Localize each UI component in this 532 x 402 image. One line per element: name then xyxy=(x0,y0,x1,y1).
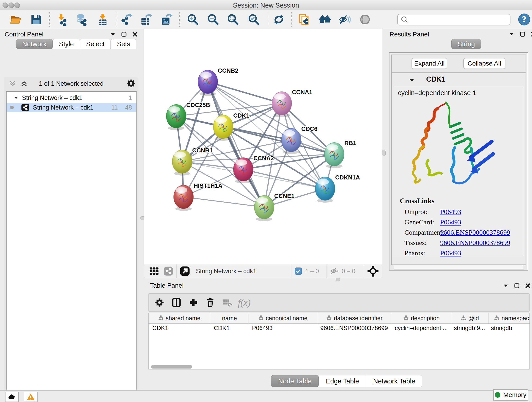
network-options-gear-icon[interactable] xyxy=(127,79,136,89)
column-header-canonical-name[interactable]: canonical name xyxy=(249,313,317,323)
panel-float-icon[interactable] xyxy=(514,283,520,289)
crosslink-link[interactable]: 9606.ENSP00000378699 xyxy=(440,229,510,236)
network-selection-status: 1 of 1 Network selected xyxy=(4,80,138,87)
crosslink-link[interactable]: 9606.ENSP00000378699 xyxy=(440,239,510,247)
cloud-status-button[interactable] xyxy=(5,392,19,402)
help-icon[interactable]: ? xyxy=(518,13,531,26)
results-panel-title: Results Panel xyxy=(389,31,429,38)
show-column-panel-icon[interactable] xyxy=(168,294,185,311)
table-hscrollbar-thumb[interactable] xyxy=(151,365,192,369)
column-header-@id[interactable]: @id xyxy=(451,313,489,323)
memory-button[interactable]: Memory xyxy=(493,389,528,401)
column-label: @id xyxy=(468,315,479,322)
control-panel-controls xyxy=(110,31,138,37)
node-CDKN1A[interactable]: CDKN1A xyxy=(315,174,360,203)
node-CDK1[interactable]: CDK1 xyxy=(213,112,249,141)
birds-eye-view-icon[interactable] xyxy=(149,266,159,276)
node-HIST1H1A[interactable]: HIST1H1A xyxy=(174,182,222,211)
open-session-icon[interactable] xyxy=(9,13,22,26)
node-label-HIST1H1A: HIST1H1A xyxy=(194,182,222,189)
crosslink-link[interactable]: P06493 xyxy=(440,249,461,257)
panel-close-icon[interactable] xyxy=(132,31,138,37)
network-collection-row[interactable]: String Network – cdk1 1 xyxy=(7,93,136,103)
tab-style[interactable]: Style xyxy=(53,39,80,49)
expand-all-button[interactable]: Expand All xyxy=(412,58,447,69)
string-show-images-icon[interactable] xyxy=(358,13,372,26)
node-label-CCNB1: CCNB1 xyxy=(192,147,213,154)
node-label-CCNB2: CCNB2 xyxy=(218,67,239,74)
crosslink-row: Pharos:P06493 xyxy=(399,248,518,258)
node-CCNA2[interactable]: CCNA2 xyxy=(234,155,274,183)
table-row[interactable]: CDK1CDK1P064939606.ENSP00000378699cyclin… xyxy=(149,324,530,332)
collapse-all-button[interactable]: Collapse All xyxy=(463,58,505,69)
crosslink-label: Pharos: xyxy=(399,249,440,257)
search-input[interactable] xyxy=(409,16,510,23)
panel-close-icon[interactable] xyxy=(525,283,531,289)
toolbar-separator xyxy=(291,12,292,27)
export-image-icon[interactable] xyxy=(160,13,173,26)
node-RB1[interactable]: RB1 xyxy=(324,140,356,168)
selected-nodes-checkbox-icon[interactable] xyxy=(295,268,302,275)
edge-CCNA2-CDKN1A[interactable] xyxy=(243,169,325,189)
crosslink-row: Uniprot:P06493 xyxy=(399,206,518,217)
warning-icon xyxy=(27,393,35,401)
import-network-database-icon[interactable] xyxy=(75,13,89,26)
node-CDC6[interactable]: CDC6 xyxy=(281,125,317,154)
string-network-graph[interactable]: CCNB2CCNA1CDC25BCDK1CDC6RB1CCNB1CCNA2CDK… xyxy=(144,29,382,264)
panel-close-icon[interactable] xyxy=(531,31,532,37)
apply-layout-icon[interactable] xyxy=(272,13,285,26)
selected-counts: 1 – 0 xyxy=(305,268,319,275)
detach-view-icon[interactable] xyxy=(180,266,190,276)
panel-float-icon[interactable] xyxy=(520,31,526,37)
string-home-icon[interactable] xyxy=(318,13,331,26)
string-glass-ball-effect-icon[interactable] xyxy=(338,13,351,26)
tab-sets[interactable]: Sets xyxy=(111,39,136,49)
tab-edge-table[interactable]: Edge Table xyxy=(319,375,366,387)
tab-network-table[interactable]: Network Table xyxy=(366,375,422,387)
crosslink-row: Tissues:9606.ENSP00000378699 xyxy=(399,237,518,248)
panel-menu-icon[interactable] xyxy=(509,31,515,37)
zoom-in-icon[interactable] xyxy=(186,13,200,26)
warnings-button[interactable] xyxy=(24,392,38,402)
edge-CCNB2-CCNA1[interactable] xyxy=(208,82,282,103)
tab-string[interactable]: String xyxy=(451,39,481,49)
tab-node-table[interactable]: Node Table xyxy=(271,375,319,387)
export-table-icon[interactable] xyxy=(139,13,153,26)
import-table-file-icon[interactable] xyxy=(96,13,109,26)
network-share-icon[interactable] xyxy=(164,266,173,276)
crosslink-link[interactable]: P06493 xyxy=(440,218,461,226)
column-header-name[interactable]: name xyxy=(210,313,249,323)
column-header-namespac[interactable]: namespac xyxy=(489,313,530,323)
column-header-description[interactable]: description xyxy=(392,313,451,323)
network-row[interactable]: String Network – cdk1 11 48 xyxy=(7,103,136,112)
table-settings-gear-icon[interactable] xyxy=(151,294,168,311)
tab-select[interactable]: Select xyxy=(80,39,111,49)
panel-menu-icon[interactable] xyxy=(503,283,509,289)
gene-name: CDK1 xyxy=(426,75,445,83)
node-CCNE1[interactable]: CCNE1 xyxy=(254,192,294,221)
delete-table-icon xyxy=(219,294,236,311)
tab-network[interactable]: Network xyxy=(16,39,53,49)
zoom-out-icon[interactable] xyxy=(206,13,220,26)
delete-column-trash-icon[interactable] xyxy=(202,294,219,311)
edge-HIST1H1A-CCNE1[interactable] xyxy=(184,197,264,207)
zoom-selected-icon[interactable] xyxy=(247,13,260,26)
collection-expand-icon[interactable] xyxy=(13,95,19,101)
export-network-icon[interactable] xyxy=(120,13,133,26)
results-scrollbar-track[interactable] xyxy=(394,265,524,269)
footer-separator xyxy=(364,264,364,278)
create-column-plus-icon[interactable] xyxy=(185,294,202,311)
panel-menu-icon[interactable] xyxy=(110,31,116,37)
crosslink-link[interactable]: P06493 xyxy=(440,208,461,216)
column-header-shared-name[interactable]: shared name xyxy=(149,313,210,323)
search-field[interactable] xyxy=(397,14,510,26)
zoom-fit-icon[interactable] xyxy=(226,13,240,26)
navigator-crosshair-icon[interactable] xyxy=(367,265,379,277)
import-network-file-icon[interactable] xyxy=(56,13,69,26)
column-header-database-identifier[interactable]: database identifier xyxy=(317,313,392,323)
gene-section-collapse-icon[interactable] xyxy=(409,77,415,83)
network-view-canvas[interactable]: CCNB2CCNA1CDC25BCDK1CDC6RB1CCNB1CCNA2CDK… xyxy=(144,29,382,264)
panel-float-icon[interactable] xyxy=(121,31,127,37)
save-session-icon[interactable] xyxy=(30,13,43,26)
string-copy-network-icon[interactable] xyxy=(298,13,311,26)
